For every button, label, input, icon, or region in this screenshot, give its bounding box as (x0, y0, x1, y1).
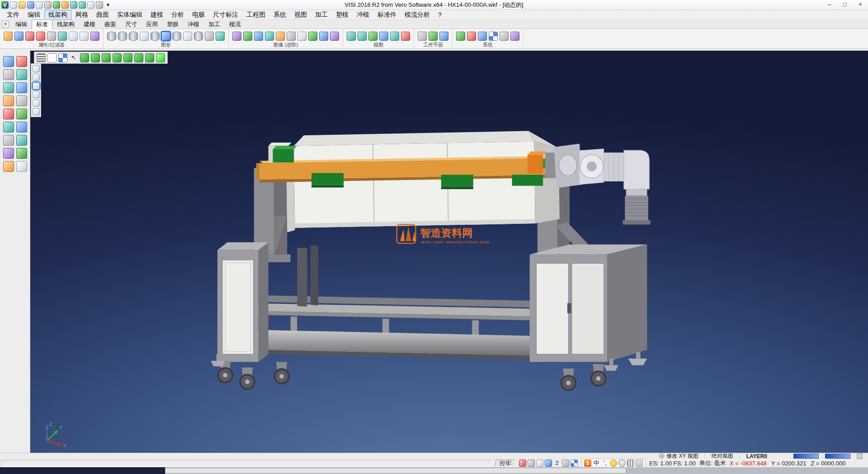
ime-keyboard-icon[interactable] (627, 460, 634, 467)
rotate-tool-icon[interactable] (16, 135, 27, 146)
measure-tool-icon[interactable] (3, 161, 14, 172)
attribute-brush-icon[interactable] (14, 32, 24, 41)
advanced-render-icon[interactable] (232, 32, 241, 41)
clipboard-view-5-icon[interactable] (33, 100, 40, 107)
ime-toolbox-icon[interactable] (636, 460, 643, 467)
selection-filter-icon[interactable] (58, 32, 67, 41)
layer-filter-icon[interactable] (90, 32, 99, 41)
system-display-icon[interactable] (478, 32, 487, 41)
texture-display-icon[interactable] (216, 32, 225, 41)
close-button[interactable]: × (853, 0, 868, 9)
arc-tool-icon[interactable] (3, 82, 14, 93)
menu-file[interactable]: 文件 (3, 10, 24, 20)
scale-tool-icon[interactable] (3, 148, 14, 159)
menu-mold[interactable]: 塑模 (332, 10, 353, 20)
view-back-icon[interactable] (123, 53, 132, 62)
wireframe-display-icon[interactable] (107, 32, 116, 41)
background-mode-icon[interactable] (58, 53, 67, 62)
view-iso-icon[interactable] (80, 53, 89, 62)
menu-dimension[interactable]: 尺寸标注 (209, 10, 242, 20)
recent-files-icon[interactable] (87, 1, 94, 9)
line-tool-icon[interactable] (16, 69, 27, 80)
clipboard-view-4-icon[interactable] (33, 91, 40, 98)
menu-flow-analysis[interactable]: 模流分析 (401, 10, 434, 20)
redo-icon[interactable] (79, 1, 86, 9)
clipboard-view-6-icon[interactable] (33, 108, 40, 115)
undo-icon[interactable] (70, 1, 77, 9)
tab-die[interactable]: 冲模 (183, 19, 204, 29)
scrollbar-thumb[interactable] (165, 468, 626, 474)
workplane-standard-icon[interactable] (418, 32, 427, 41)
horizontal-scrollbar[interactable] (0, 467, 868, 474)
maximize-button[interactable]: □ (837, 0, 853, 9)
menu-surface[interactable]: 曲面 (92, 10, 113, 20)
view-left-icon[interactable] (145, 53, 154, 62)
ambient-occlusion-icon[interactable] (265, 32, 274, 41)
reflection-display-icon[interactable] (205, 32, 214, 41)
attribute-copy-icon[interactable] (69, 32, 78, 41)
tab-dimension[interactable]: 尺寸 (121, 19, 142, 29)
menu-analysis[interactable]: 分析 (167, 10, 188, 20)
point-tool-icon[interactable] (3, 69, 14, 80)
viewport-3d[interactable]: 智造资料网 INTELLIGENT MANUFACTURING DATA X Y… (30, 51, 868, 453)
command-input-area[interactable] (1, 460, 492, 466)
print-status-icon[interactable] (536, 460, 543, 467)
ime-emoji-icon[interactable] (610, 460, 617, 467)
menu-electrode[interactable]: 电极 (188, 10, 209, 20)
menu-machining[interactable]: 加工 (311, 10, 332, 20)
system-config-icon[interactable] (489, 32, 498, 41)
material-icon[interactable] (276, 32, 285, 41)
settings-icon[interactable] (96, 1, 103, 9)
view-slider-1[interactable] (793, 454, 819, 459)
clipboard-view-3-icon[interactable] (33, 82, 40, 90)
visi-logo-icon[interactable]: V (1, 1, 9, 9)
move-tool-icon[interactable] (3, 135, 14, 146)
snap-toggle-icon[interactable] (519, 460, 526, 467)
new-file-icon[interactable] (10, 1, 17, 9)
clipboard-view-2-icon[interactable] (33, 74, 40, 81)
element-properties-icon[interactable] (4, 32, 13, 41)
tab-flow[interactable]: 模流 (225, 19, 245, 29)
tab-application[interactable]: 应用 (142, 19, 162, 29)
tab-surface[interactable]: 曲面 (100, 19, 121, 29)
menu-mesh[interactable]: 网格 (71, 10, 92, 20)
image-export-icon[interactable] (330, 32, 339, 41)
render-display-icon[interactable] (172, 32, 181, 41)
highlight-display-icon[interactable] (161, 32, 170, 41)
zoom-tool-icon[interactable] (3, 56, 14, 67)
attribute-erase-icon[interactable] (47, 32, 56, 41)
save-icon[interactable] (27, 1, 34, 9)
shade-mode-icon[interactable] (47, 53, 57, 62)
attribute-paste-icon[interactable] (80, 32, 89, 41)
tab-list-dropdown-icon[interactable]: ▼ (2, 21, 9, 28)
tab-standard[interactable]: 标准 (32, 19, 52, 29)
ime-mic-icon[interactable] (618, 460, 626, 467)
system-grid-icon[interactable] (467, 32, 476, 41)
view-slider-2[interactable] (825, 454, 850, 459)
view-bottom-icon[interactable] (134, 53, 143, 62)
environment-icon[interactable] (287, 32, 296, 41)
ghost-display-icon[interactable] (183, 32, 192, 41)
menu-edit[interactable]: 编辑 (24, 10, 44, 20)
sogou-logo-icon[interactable]: S (584, 460, 591, 467)
system-colors-icon[interactable] (456, 32, 465, 41)
mirror-tool-icon[interactable] (16, 122, 27, 133)
menu-modeling[interactable]: 建模 (146, 10, 167, 20)
draft-display-icon[interactable] (140, 32, 149, 41)
raytrace-icon[interactable] (243, 32, 252, 41)
refresh-view-icon[interactable] (401, 32, 410, 41)
notes-status-icon[interactable]: 2 (553, 460, 561, 467)
shaded-display-icon[interactable] (129, 32, 138, 41)
pick-mode-button[interactable]: 控牢 (495, 460, 515, 467)
tab-modeling[interactable]: 建模 (79, 19, 100, 29)
status-resize-button[interactable] (857, 453, 863, 459)
tab-edit[interactable]: 编辑 (11, 19, 32, 29)
tab-molding[interactable]: 塑膜 (162, 19, 183, 29)
stereo-view-icon[interactable] (319, 32, 328, 41)
hidden-line-icon[interactable] (118, 32, 127, 41)
select-cursor-icon[interactable]: ↖ (69, 53, 78, 62)
chamfer-tool-icon[interactable] (16, 95, 27, 106)
minimize-button[interactable]: – (822, 0, 837, 9)
view-dynamic-icon[interactable] (156, 53, 165, 62)
array-tool-icon[interactable] (16, 148, 27, 159)
